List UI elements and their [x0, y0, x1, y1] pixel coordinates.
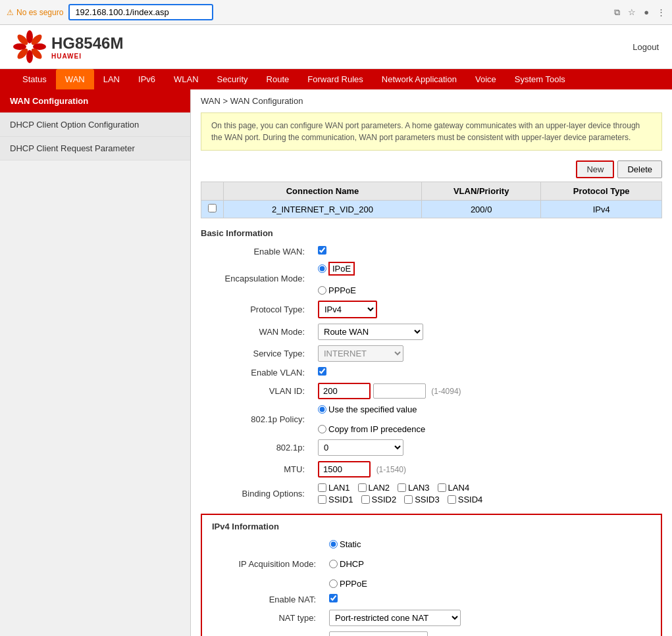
- ipoe-radio[interactable]: [318, 264, 326, 273]
- nav-item-voice[interactable]: Voice: [466, 69, 505, 89]
- enable-nat-label: Enable NAT:: [212, 591, 324, 607]
- ipoe-option[interactable]: IPoE: [318, 262, 657, 276]
- lan2-checkbox[interactable]: [358, 483, 367, 492]
- huawei-logo: [13, 30, 46, 63]
- dhcp-option[interactable]: DHCP: [329, 559, 646, 569]
- nat-type-label: NAT type:: [212, 607, 324, 629]
- protocol-type-cell: IPv4: [541, 201, 662, 218]
- lan3-label: LAN3: [408, 483, 430, 493]
- sidebar-item-dhcp-option[interactable]: DHCP Client Option Configuration: [0, 113, 190, 137]
- nav-item-wlan[interactable]: WLAN: [165, 69, 208, 89]
- ssid1-checkbox[interactable]: [318, 495, 326, 504]
- policy-8021p-select[interactable]: 0: [318, 439, 403, 456]
- lan2-option[interactable]: LAN2: [358, 483, 390, 493]
- nat-type-select[interactable]: Port-restricted cone NAT: [329, 610, 461, 626]
- binding-options: LAN1 LAN2 LAN3 LAN4 SSID1 SSID2 SSID3 SS…: [318, 483, 657, 504]
- pppoe-acq-label: PPPoE: [340, 579, 367, 589]
- policy-specified-option[interactable]: Use the specified value: [318, 404, 657, 414]
- pppoe-acq-option[interactable]: PPPoE: [329, 579, 646, 589]
- lan3-option[interactable]: LAN3: [398, 483, 430, 493]
- lan2-label: LAN2: [369, 483, 390, 493]
- protocol-type-select[interactable]: IPv4: [318, 301, 377, 318]
- nav-item-ipv6[interactable]: IPv6: [129, 69, 165, 89]
- extension-icon: ⧉: [614, 7, 620, 18]
- protocol-type-label: Protocol Type:: [201, 298, 313, 321]
- vlan-id-hint: (1-4094): [431, 387, 461, 396]
- ssid3-checkbox[interactable]: [404, 495, 413, 504]
- ipv4-info-box: IPv4 Information IP Acquisition Mode: St…: [201, 514, 662, 636]
- lan1-checkbox[interactable]: [318, 483, 326, 492]
- ssid2-checkbox[interactable]: [361, 495, 370, 504]
- enable-vlan-checkbox[interactable]: [318, 367, 326, 376]
- policy-copy-label: Copy from IP precedence: [328, 424, 425, 434]
- enable-wan-checkbox[interactable]: [318, 246, 326, 255]
- binding-row-1: LAN1 LAN2 LAN3 LAN4: [318, 483, 657, 493]
- nav-item-system-tools[interactable]: System Tools: [505, 69, 575, 89]
- basic-info-form: Enable WAN: Encapsulation Mode: IPoE PP: [201, 243, 662, 507]
- static-option[interactable]: Static: [329, 539, 646, 549]
- breadcrumb: WAN > WAN Configuration: [201, 96, 662, 106]
- table-row[interactable]: 2_INTERNET_R_VID_200 200/0 IPv4: [201, 201, 662, 218]
- ssid1-option[interactable]: SSID1: [318, 495, 353, 504]
- nav-item-network-application[interactable]: Network Application: [373, 69, 466, 89]
- policy-specified-radio[interactable]: [318, 405, 326, 414]
- binding-row: Binding Options: LAN1 LAN2 LAN3 LAN4 SSI…: [201, 480, 662, 507]
- mtu-label: MTU:: [201, 458, 313, 480]
- table-header-protocol-type: Protocol Type: [541, 182, 662, 201]
- ssid2-option[interactable]: SSID2: [361, 495, 397, 504]
- sidebar-item-wan-configuration[interactable]: WAN Configuration: [0, 89, 190, 113]
- vlan-id-secondary-input[interactable]: [373, 383, 426, 399]
- ip-address-input[interactable]: [329, 631, 428, 636]
- lan4-checkbox[interactable]: [438, 483, 446, 492]
- lan1-option[interactable]: LAN1: [318, 483, 350, 493]
- nav-item-forward-rules[interactable]: Forward Rules: [298, 69, 373, 89]
- ssid4-option[interactable]: SSID4: [448, 495, 483, 504]
- device-name: HG8546M: [51, 34, 123, 53]
- static-radio[interactable]: [329, 540, 338, 549]
- binding-row-2: SSID1 SSID2 SSID3 SSID4: [318, 495, 657, 504]
- nav-item-route[interactable]: Route: [257, 69, 299, 89]
- policy-8021p-label: 802.1p:: [201, 437, 313, 458]
- ip-acq-label: IP Acquisition Mode:: [212, 537, 324, 591]
- warning-icon: ⚠: [7, 8, 14, 17]
- logout-button[interactable]: Logout: [633, 42, 659, 52]
- sidebar-item-dhcp-request[interactable]: DHCP Client Request Parameter: [0, 137, 190, 160]
- pppoe-option[interactable]: PPPoE: [318, 285, 657, 295]
- nav-item-status[interactable]: Status: [13, 69, 56, 89]
- mtu-input[interactable]: [318, 461, 371, 477]
- policy-copy-option[interactable]: Copy from IP precedence: [318, 424, 657, 434]
- ip-acq-row: IP Acquisition Mode: Static DHCP: [212, 537, 651, 591]
- policy-row: 802.1p Policy: Use the specified value C…: [201, 402, 662, 437]
- ssid3-option[interactable]: SSID3: [404, 495, 440, 504]
- profile-icon: ●: [644, 7, 649, 18]
- wan-mode-select[interactable]: Route WAN: [318, 324, 423, 340]
- vlan-id-input[interactable]: [318, 383, 371, 399]
- nav-item-security[interactable]: Security: [208, 69, 257, 89]
- table-header-connection-name: Connection Name: [224, 182, 422, 201]
- logo-area: HG8546M HUAWEI: [13, 30, 123, 63]
- wan-mode-label: WAN Mode:: [201, 321, 313, 343]
- dhcp-radio[interactable]: [329, 560, 338, 568]
- enable-wan-row: Enable WAN:: [201, 243, 662, 259]
- service-type-select[interactable]: INTERNET: [318, 345, 403, 362]
- service-type-label: Service Type:: [201, 343, 313, 364]
- nav-item-wan[interactable]: WAN: [56, 69, 94, 89]
- delete-button[interactable]: Delete: [617, 160, 662, 178]
- pppoe-radio[interactable]: [318, 286, 326, 295]
- mtu-hint: (1-1540): [376, 465, 406, 474]
- url-bar[interactable]: [68, 4, 213, 20]
- bookmark-icon: ☆: [628, 7, 636, 18]
- body-layout: WAN Configuration DHCP Client Option Con…: [0, 89, 672, 636]
- nav-item-lan[interactable]: LAN: [94, 69, 129, 89]
- enable-nat-checkbox[interactable]: [329, 594, 338, 602]
- menu-icon: ⋮: [657, 7, 665, 18]
- pppoe-acq-radio[interactable]: [329, 579, 338, 588]
- row-checkbox[interactable]: [208, 204, 217, 212]
- policy-copy-radio[interactable]: [318, 425, 326, 433]
- new-button[interactable]: New: [576, 160, 614, 178]
- lan4-option[interactable]: LAN4: [438, 483, 470, 493]
- ssid4-checkbox[interactable]: [448, 495, 456, 504]
- enable-nat-row: Enable NAT:: [212, 591, 651, 607]
- policy-specified-label: Use the specified value: [328, 404, 417, 414]
- lan3-checkbox[interactable]: [398, 483, 406, 492]
